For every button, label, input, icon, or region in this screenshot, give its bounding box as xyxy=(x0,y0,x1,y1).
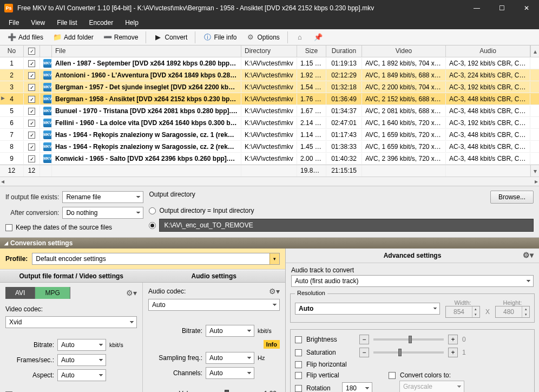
profile-dropdown-icon[interactable]: ▾ xyxy=(270,253,279,264)
height-spinbox[interactable]: ▴▾ xyxy=(495,306,530,318)
convcolors-select[interactable]: Grayscale xyxy=(399,381,464,392)
video-aspect-select[interactable]: Auto xyxy=(57,369,106,381)
header-duration[interactable]: Duration xyxy=(326,45,362,57)
video-bitrate-select[interactable]: Auto xyxy=(57,339,106,351)
height-input[interactable] xyxy=(496,306,522,317)
cell-check[interactable]: ✓ xyxy=(24,70,40,81)
table-row[interactable]: 9✓MKVKonwicki - 1965 - Salto [DVD x264 2… xyxy=(0,153,539,165)
menu-file[interactable]: File xyxy=(3,17,24,28)
width-input[interactable] xyxy=(446,306,472,317)
row-checkbox[interactable]: ✓ xyxy=(28,155,35,162)
tab-mpg[interactable]: MPG xyxy=(35,287,70,299)
row-checkbox[interactable]: ✓ xyxy=(28,96,35,103)
row-checkbox[interactable]: ✓ xyxy=(28,84,35,91)
row-checkbox[interactable]: ✓ xyxy=(28,72,35,79)
cell-check[interactable]: ✓ xyxy=(24,82,40,93)
header-size[interactable]: Size xyxy=(297,45,326,57)
custom-dir-radio[interactable] xyxy=(149,222,156,229)
after-select[interactable]: Do nothing xyxy=(62,207,143,219)
brightness-checkbox[interactable] xyxy=(295,336,302,343)
browse-button[interactable]: Browse... xyxy=(490,191,534,204)
audio-channels-select[interactable]: Auto xyxy=(206,367,254,379)
close-button[interactable]: ✕ xyxy=(514,0,539,16)
table-row[interactable]: ▶4✓MKVBergman - 1958 - Ansiktet [DVD x26… xyxy=(0,93,539,105)
profile-input[interactable] xyxy=(32,253,270,264)
pin-button[interactable]: 📌 xyxy=(310,31,327,44)
flipv-checkbox[interactable] xyxy=(295,372,302,379)
audio-codec-select[interactable]: Auto xyxy=(148,299,280,311)
table-row[interactable]: 5✓MKVBunuel - 1970 - Tristana [DVD x264 … xyxy=(0,105,539,117)
conversion-settings-header[interactable]: ◢ Conversion settings xyxy=(0,238,539,249)
track-select[interactable]: Auto (first audio track) xyxy=(291,275,534,287)
same-dir-radio[interactable] xyxy=(149,207,156,214)
video-gear-icon[interactable]: ⚙▾ xyxy=(126,289,137,297)
home-button[interactable]: ⌂ xyxy=(291,31,308,44)
video-codec-select[interactable]: Xvid xyxy=(5,316,137,328)
table-row[interactable]: 7✓MKVHas - 1964 - Rękopis znaleziony w S… xyxy=(0,129,539,141)
table-row[interactable]: 2✓MKVAntonioni - 1960 - L'Avventura [DVD… xyxy=(0,69,539,81)
advanced-gear-icon[interactable]: ⚙▾ xyxy=(523,251,534,259)
keep-dates-checkbox[interactable] xyxy=(5,224,12,231)
custom-dir-field[interactable]: K:\AV\_enc_out_TO_REMOVE xyxy=(159,219,534,232)
width-spinbox[interactable]: ▴▾ xyxy=(445,306,480,318)
cell-check[interactable]: ✓ xyxy=(24,153,40,164)
header-video[interactable]: Video xyxy=(362,45,446,57)
header-directory[interactable]: Directory xyxy=(241,45,297,57)
if-exists-select[interactable]: Rename file xyxy=(62,191,143,203)
scroll-down-icon[interactable]: ▾ xyxy=(530,165,539,177)
same-dir-radio-row[interactable]: Output directory = Input directory xyxy=(149,206,534,215)
brightness-slider[interactable] xyxy=(373,338,444,341)
add-folder-button[interactable]: 📁Add folder xyxy=(49,31,98,44)
header-no[interactable]: No xyxy=(0,45,24,57)
row-checkbox[interactable]: ✓ xyxy=(28,120,35,127)
saturation-checkbox[interactable] xyxy=(295,349,302,356)
header-check[interactable]: ✓ xyxy=(24,45,40,57)
header-file[interactable]: File xyxy=(52,45,241,57)
table-row[interactable]: 8✓MKVHas - 1964 - Rękopis znaleziony w S… xyxy=(0,141,539,153)
menu-help[interactable]: Help xyxy=(120,17,144,28)
audio-bitrate-select[interactable]: Auto xyxy=(206,325,254,337)
remove-button[interactable]: ➖Remove xyxy=(99,31,143,44)
maximize-button[interactable]: ☐ xyxy=(489,0,514,16)
file-info-button[interactable]: ⓘFile info xyxy=(199,31,241,44)
cell-check[interactable]: ✓ xyxy=(24,94,40,104)
rotation-checkbox[interactable] xyxy=(295,385,302,392)
brightness-plus[interactable]: + xyxy=(448,335,458,344)
header-audio[interactable]: Audio xyxy=(446,45,530,57)
fliph-checkbox[interactable] xyxy=(295,361,302,368)
row-checkbox[interactable]: ✓ xyxy=(28,143,35,151)
cell-check[interactable]: ✓ xyxy=(24,117,40,128)
menu-encoder[interactable]: Encoder xyxy=(83,17,119,28)
convert-button[interactable]: ▶Convert xyxy=(149,31,192,44)
minimize-button[interactable]: — xyxy=(464,0,489,16)
h-scrollbar[interactable]: ◂▸ xyxy=(0,177,539,186)
saturation-minus[interactable]: − xyxy=(359,348,369,357)
saturation-slider[interactable] xyxy=(373,351,444,354)
brightness-minus[interactable]: − xyxy=(359,335,369,344)
menu-view[interactable]: View xyxy=(25,17,50,28)
add-files-button[interactable]: ➕Add files xyxy=(3,31,48,44)
table-row[interactable]: 1✓MKVAllen - 1987 - September [DVD x264 … xyxy=(0,57,539,69)
video-fps-select[interactable]: Auto xyxy=(57,354,106,366)
cell-check[interactable]: ✓ xyxy=(24,106,40,116)
keep-dates-row[interactable]: Keep the dates of the source files xyxy=(5,223,143,232)
profile-select[interactable]: ▾ xyxy=(32,253,280,265)
cell-check[interactable]: ✓ xyxy=(24,58,40,69)
info-badge[interactable]: Info xyxy=(264,340,280,349)
audio-freq-select[interactable]: Auto xyxy=(206,352,254,364)
twopass-row[interactable]: 2-pass encoding xyxy=(5,390,137,392)
menu-filelist[interactable]: File list xyxy=(51,17,82,28)
resolution-select[interactable]: Auto xyxy=(295,303,440,315)
cell-check[interactable]: ✓ xyxy=(24,141,40,152)
convcolors-checkbox[interactable] xyxy=(389,372,396,379)
row-checkbox[interactable]: ✓ xyxy=(28,132,35,139)
custom-dir-radio-row[interactable]: K:\AV\_enc_out_TO_REMOVE xyxy=(149,218,534,233)
table-row[interactable]: 3✓MKVBergman - 1957 - Det sjunde insegle… xyxy=(0,81,539,93)
rotation-select[interactable]: 180 xyxy=(342,382,372,392)
tab-avi[interactable]: AVI xyxy=(5,287,35,299)
cell-check[interactable]: ✓ xyxy=(24,129,40,140)
audio-gear-icon[interactable]: ⚙▾ xyxy=(269,287,280,296)
row-checkbox[interactable]: ✓ xyxy=(28,108,35,115)
options-button[interactable]: ⚙Options xyxy=(242,31,284,44)
scroll-up-icon[interactable]: ▴ xyxy=(530,45,539,57)
